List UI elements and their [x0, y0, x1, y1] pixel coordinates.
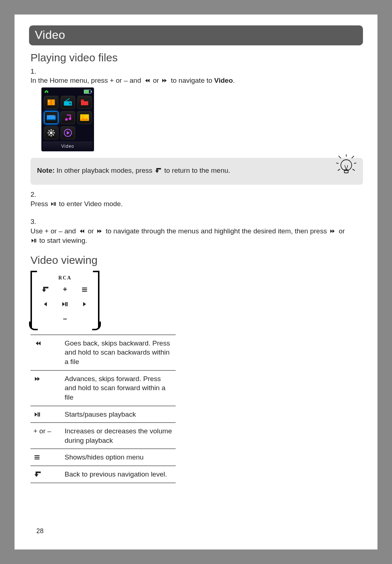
step-text: to start viewing.: [39, 237, 87, 244]
svg-rect-24: [49, 115, 50, 116]
rca-logo: RCA: [58, 275, 72, 282]
svg-rect-27: [53, 115, 54, 116]
svg-line-37: [49, 130, 50, 131]
skip-left-icon: [78, 228, 85, 234]
step-body: In the Home menu, press + or – and or to…: [30, 76, 352, 85]
control-desc: Increases or decreases the volume during…: [62, 423, 176, 449]
skip-left-icon: [144, 78, 150, 83]
battery-icon: [84, 90, 91, 94]
step-text: or: [88, 227, 96, 235]
control-icon-cell: [30, 466, 62, 483]
tile-audiobooks: [44, 96, 58, 109]
manual-page: Video Playing video files 1. In the Home…: [15, 15, 377, 549]
step-3: 3. Use + or – and or to navigate through…: [30, 217, 363, 245]
tile-files: [77, 96, 92, 109]
controller-diagram: RCA + –: [30, 271, 99, 329]
svg-rect-23: [48, 115, 48, 116]
step-text: Use + or – and: [30, 227, 78, 235]
svg-line-39: [49, 134, 50, 135]
subsection-playing-heading: Playing video files: [30, 50, 363, 65]
step-number: 2.: [30, 190, 40, 199]
tile-empty: [77, 126, 92, 139]
step-text: or: [339, 227, 345, 235]
control-desc: Goes back, skips backward. Press and hol…: [62, 335, 176, 370]
tile-now-playing: [61, 126, 75, 139]
svg-point-28: [65, 118, 68, 120]
tile-settings: [44, 126, 58, 139]
svg-point-31: [82, 115, 83, 117]
ctl-back-icon: [41, 285, 50, 294]
back-icon: [34, 471, 41, 477]
step-text: or: [153, 77, 161, 84]
step-target: Video: [214, 77, 233, 84]
svg-rect-25: [50, 115, 51, 116]
svg-point-17: [69, 102, 71, 105]
note-box: Note: In other playback modes, press to …: [30, 158, 363, 185]
step-1: 1. In the Home menu, press + or – and or…: [30, 67, 363, 85]
ctl-plus: +: [63, 285, 67, 294]
step-body: Press to enter Video mode.: [30, 199, 352, 209]
table-row: Starts/pauses playback: [30, 406, 176, 423]
table-row: Goes back, skips backward. Press and hol…: [30, 335, 176, 370]
content-area: Playing video files 1. In the Home menu,…: [29, 50, 363, 487]
control-icon-cell: [30, 335, 62, 370]
svg-rect-22: [47, 119, 56, 120]
step-text: In the Home menu, press + or – and: [30, 77, 143, 84]
note-text: In other playback modes, press: [55, 167, 155, 174]
step-text: to navigate to: [171, 77, 214, 84]
ctl-play-pause-icon: [61, 299, 69, 309]
control-desc: Starts/pauses playback: [62, 406, 176, 423]
step-text: .: [233, 77, 235, 84]
svg-point-29: [69, 117, 71, 120]
control-icon-cell: [30, 449, 62, 466]
control-icon-cell: [30, 370, 62, 406]
skip-right-icon: [162, 78, 168, 83]
controls-table: Goes back, skips backward. Press and hol…: [30, 335, 176, 487]
svg-rect-19: [81, 99, 84, 101]
control-desc: Back to previous navigation level.: [62, 466, 176, 483]
table-row: Shows/hides option menu: [30, 449, 176, 466]
skip-right-icon: [34, 376, 41, 382]
tile-radio: [61, 96, 75, 109]
device-selected-label: Video: [43, 142, 93, 151]
ctl-left-icon: [42, 299, 49, 309]
svg-line-40: [53, 130, 54, 131]
subsection-viewing-heading: Video viewing: [30, 253, 363, 268]
step-text: to enter Video mode.: [59, 200, 123, 208]
play-pause-icon: [51, 201, 56, 207]
control-desc: Shows/hides option menu: [62, 449, 176, 466]
table-row: Advances, skips forward. Press and hold …: [30, 370, 176, 406]
skip-left-icon: [34, 340, 41, 346]
note-text: to return to the menu.: [164, 167, 230, 174]
control-desc: Advances, skips forward. Press and hold …: [62, 370, 176, 406]
step-text: Press: [30, 200, 50, 208]
svg-line-38: [53, 134, 54, 135]
ctl-right-icon: [81, 299, 88, 309]
table-row: + or – Increases or decreases the volume…: [30, 423, 176, 449]
menu-lines-icon: [34, 454, 40, 460]
page-number: 28: [36, 527, 44, 535]
svg-point-32: [50, 131, 53, 134]
tile-music: [61, 111, 75, 124]
ctl-menu-icon: [81, 285, 89, 294]
svg-rect-26: [52, 115, 53, 116]
step-number: 3.: [30, 217, 40, 226]
svg-rect-15: [51, 99, 52, 105]
note-bold: Note:: [37, 167, 55, 174]
section-header-text: Video: [35, 28, 65, 41]
step-text: to navigate through the menus and highli…: [106, 227, 329, 235]
back-icon: [155, 168, 162, 173]
svg-line-18: [65, 98, 70, 101]
section-header-pill: Video: [29, 25, 363, 45]
play-pause-icon: [31, 238, 37, 244]
home-icon: [44, 90, 49, 93]
skip-right-icon: [330, 228, 336, 234]
device-home-illustration: Video: [41, 87, 94, 151]
step-2: 2. Press to enter Video mode.: [30, 190, 363, 208]
control-icon-cell: [30, 406, 62, 423]
control-label: + or –: [30, 423, 62, 449]
table-row: Back to previous navigation level.: [30, 466, 176, 483]
play-pause-icon: [34, 412, 41, 417]
step-number: 1.: [30, 67, 40, 76]
tile-video: [44, 111, 58, 124]
